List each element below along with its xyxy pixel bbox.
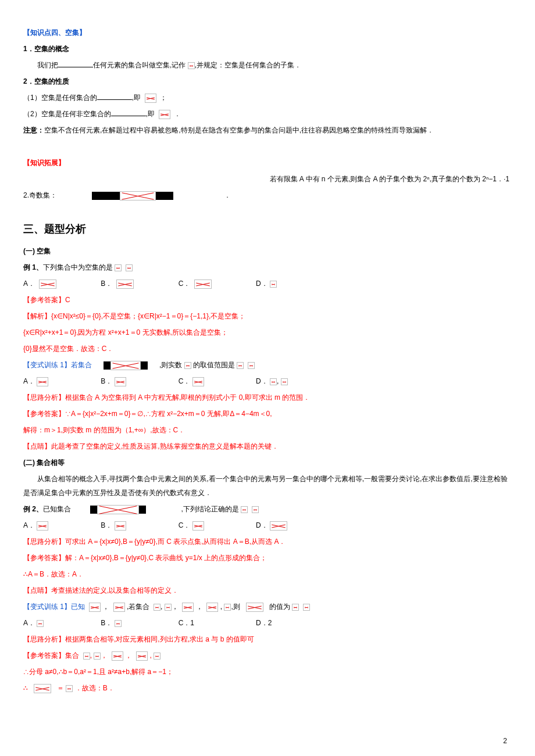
redacted-block xyxy=(92,192,120,200)
t: ， xyxy=(172,603,179,611)
choice-a: A． xyxy=(23,374,87,388)
sil3: 【思路分析】根据两集合相等,对应元素相同,列出方程,求出 a 与 b 的值即可 xyxy=(23,632,512,646)
redacted-block xyxy=(90,506,97,514)
paren-icon xyxy=(292,604,299,611)
var1-choices: A． B． C． D． , xyxy=(23,374,512,388)
kp4-s1-tail: ,并规定：空集是任何集合的子集． xyxy=(195,61,301,69)
kp4-note: 注意：空集不含任何元素,在解题过程中容易被忽略,特别是在隐含有空集参与的集合问题… xyxy=(23,123,512,137)
lbl: C．1 xyxy=(179,619,194,627)
ex2: 例 2、已知集合 ,下列结论正确的是 xyxy=(23,502,512,516)
kp4-s2-p1: （1）空集是任何集合的,即 ； xyxy=(23,91,512,105)
formula-icon xyxy=(270,378,277,385)
formula-icon xyxy=(246,603,263,612)
lbl: B． xyxy=(101,280,112,288)
formula-icon xyxy=(94,653,101,660)
t: ,若集合 xyxy=(127,603,149,611)
redacted-block xyxy=(156,192,173,200)
t: ， xyxy=(196,603,203,611)
redacted-block xyxy=(104,361,110,370)
blank xyxy=(58,60,93,67)
var2-pre: 【变式训练 1】已知 xyxy=(23,603,85,611)
formula-icon xyxy=(37,620,44,627)
paren-icon xyxy=(241,506,248,513)
blank xyxy=(97,92,132,100)
var2-choices: A． B． C．1 D．2 xyxy=(23,616,512,630)
t: ∴ xyxy=(23,684,28,692)
formula-icon xyxy=(159,110,170,119)
ref1: 【参考答案】∵A＝{x|x²−2x+m＝0}＝∅,∴方程 x²−2x+m＝0 无… xyxy=(23,407,512,421)
txt: ,即 xyxy=(132,94,141,102)
formula-icon xyxy=(115,620,122,627)
paren-icon xyxy=(115,264,122,271)
section-3-title: 三、题型分析 xyxy=(23,218,512,239)
ds1: 【点睛】此题考查了空集的定义,性质及运算,熟练掌握空集的意义是解本题的关键． xyxy=(23,439,512,453)
tail: , xyxy=(277,377,279,385)
formula-icon xyxy=(165,604,172,611)
formula-icon xyxy=(206,603,218,612)
formula-icon xyxy=(120,191,156,200)
t: , xyxy=(90,651,92,660)
choice-d: D． xyxy=(256,518,320,532)
txt: （1）空集是任何集合的 xyxy=(23,94,97,102)
t: , xyxy=(220,603,222,611)
formula-icon xyxy=(115,521,126,531)
ref2a: 【参考答案】解：A＝{x|x≠0},B＝{y|y≠0},C 表示曲线 y=1/x… xyxy=(23,551,512,565)
symbol-icon xyxy=(188,62,195,69)
sil1: 【思路分析】根据集合 A 为空集得到 A 中方程无解,即根的判别式小于 0,即可… xyxy=(23,390,512,404)
note-text: 空集不含任何元素,在解题过程中容易被忽略,特别是在隐含有空集参与的集合问题中,往… xyxy=(44,126,434,134)
paren-icon xyxy=(248,362,255,369)
choice-a: A． xyxy=(23,518,87,532)
lbl: D． xyxy=(256,280,268,288)
formula-icon xyxy=(192,521,204,531)
choice-d: D． xyxy=(256,277,320,291)
ex2-mid: ,下列结论正确的是 xyxy=(181,505,238,513)
formula-icon xyxy=(37,521,48,531)
choice-a: A． xyxy=(23,277,87,291)
formula-icon xyxy=(34,684,51,693)
choice-b: B． xyxy=(101,374,165,388)
t: ．故选：B． xyxy=(75,684,115,692)
sil2: 【思路分析】可求出 A＝{x|x≠0},B＝{y|y≠0},而 C 表示点集,从… xyxy=(23,535,512,549)
lbl: A． xyxy=(23,521,35,529)
t: ,则 xyxy=(231,603,240,611)
formula-icon xyxy=(112,651,123,661)
formula-icon xyxy=(192,377,204,386)
formula-icon xyxy=(116,280,134,289)
kp4-s2-p2: （2）空集是任何非空集合的,即 ． xyxy=(23,107,512,121)
ext-line2: 2.奇数集： ． xyxy=(23,188,512,202)
choice-d: D． , xyxy=(256,374,320,388)
formula-icon xyxy=(154,604,160,611)
txt: ,即 xyxy=(146,110,155,118)
lbl: D． xyxy=(256,377,268,385)
choice-b: B． xyxy=(101,518,165,532)
kp4-s1-post: 任何元素的集合叫做空集,记作 xyxy=(93,61,186,69)
choice-c: C． xyxy=(179,374,242,388)
var-icon xyxy=(184,362,191,369)
ref3c: ∴ ＝ ．故选：B． xyxy=(23,681,512,695)
choice-b: B． xyxy=(101,277,165,291)
formula-icon xyxy=(113,603,125,612)
formula-icon xyxy=(270,521,287,531)
paren-icon xyxy=(252,506,259,513)
kp4-s1-pre: 我们把 xyxy=(37,61,58,69)
formula-icon xyxy=(37,377,48,386)
redacted-block xyxy=(141,361,148,370)
t: 【参考答案】集合 xyxy=(23,651,79,660)
ref1b: 解得：m＞1,则实数 m 的范围为（1,+∞）,故选：C． xyxy=(23,423,512,437)
formula-icon xyxy=(83,653,90,660)
lbl: D．2 xyxy=(256,619,272,627)
kp4-s1-body: 我们把任何元素的集合叫做空集,记作 ,并规定：空集是任何集合的子集． xyxy=(23,58,512,72)
t: ＝ xyxy=(57,684,64,692)
var1-post: 的取值范围是 xyxy=(193,361,235,369)
ex2-choices: A． B． C． D． xyxy=(23,518,512,532)
redacted-block xyxy=(139,506,146,514)
lbl: C． xyxy=(179,521,191,529)
lbl: A． xyxy=(23,377,35,385)
ex2-text: 已知集合 xyxy=(43,505,71,513)
formula-icon xyxy=(270,281,277,288)
formula-icon xyxy=(154,653,160,660)
ds2: 【点睛】考查描述法的定义,以及集合相等的定义． xyxy=(23,583,512,597)
formula-icon xyxy=(39,280,56,289)
txt: ． xyxy=(174,110,181,118)
lbl: B． xyxy=(101,377,112,385)
